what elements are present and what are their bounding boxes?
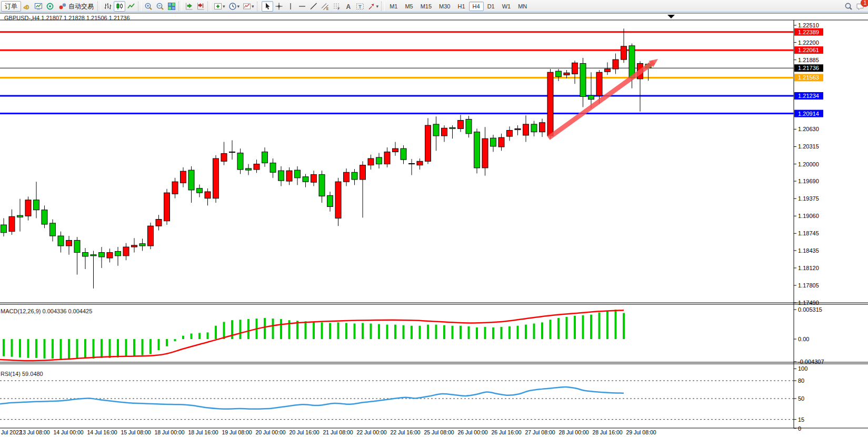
- candle: [442, 128, 447, 136]
- candle: [221, 154, 227, 162]
- candle: [91, 255, 96, 256]
- chart-title: GBPUSD-,H4 1.21807 1.21828 1.21506 1.217…: [4, 15, 130, 21]
- time-label: 13 Jul 08:00: [19, 429, 49, 435]
- candle: [107, 253, 113, 259]
- templates-icon[interactable]: ▾: [241, 1, 256, 12]
- candle: [531, 124, 537, 132]
- candle: [74, 240, 80, 252]
- level-price-label: 1.20914: [798, 111, 819, 117]
- candle: [42, 210, 47, 224]
- timeframe-mn[interactable]: MN: [514, 2, 531, 11]
- trendline-icon[interactable]: [308, 1, 320, 12]
- candle: [115, 251, 121, 255]
- cursor-icon[interactable]: [262, 1, 273, 12]
- price-tick-label: 1.18120: [798, 265, 819, 271]
- indicators-icon[interactable]: ▾: [212, 1, 227, 12]
- price-tick-label: 1.19690: [798, 178, 819, 184]
- candle: [1, 225, 7, 233]
- crosshair-icon: [275, 2, 283, 11]
- time-label: 27 Jul 08:00: [525, 429, 555, 435]
- time-label: Jul 2022: [1, 429, 22, 435]
- candle: [605, 69, 611, 72]
- candle: [254, 164, 260, 170]
- timeframe-d1[interactable]: D1: [484, 2, 498, 11]
- timeframe-w1[interactable]: W1: [498, 2, 515, 11]
- candlestick-chart-icon[interactable]: [114, 1, 125, 12]
- timeframe-m30[interactable]: M30: [435, 2, 454, 11]
- candle: [34, 200, 39, 210]
- time-label: 22 Jul 00:00: [356, 429, 386, 435]
- notification-badge[interactable]: 1: [861, 0, 868, 7]
- line-chart-icon[interactable]: [125, 1, 137, 12]
- timeframe-m15[interactable]: M15: [417, 2, 435, 11]
- price-chart[interactable]: 1.223891.220611.217361.215631.212341.209…: [0, 13, 868, 437]
- fibonacci-icon[interactable]: F: [331, 1, 343, 12]
- candle: [123, 247, 129, 256]
- level-price-label: 1.21234: [798, 93, 819, 99]
- text-icon: A: [344, 2, 353, 11]
- arrows-icon[interactable]: ▾: [366, 1, 381, 12]
- candle: [335, 182, 341, 218]
- candle: [409, 164, 415, 164]
- timeframe-h1[interactable]: H1: [454, 2, 469, 11]
- channel-icon[interactable]: E: [320, 1, 331, 12]
- candles: [1, 28, 652, 289]
- timeframe-h4[interactable]: H4: [469, 2, 484, 11]
- vertical-line-icon[interactable]: [285, 1, 296, 12]
- candle: [139, 244, 145, 246]
- new-order-icon: [23, 2, 31, 11]
- timeframe-m5[interactable]: M5: [401, 2, 416, 11]
- chart-shift-icon: [196, 2, 205, 11]
- tile-windows-icon[interactable]: [166, 1, 177, 12]
- periods-icon[interactable]: ▾: [227, 1, 242, 12]
- rsi-tick-label: 100: [798, 365, 807, 372]
- time-label: 19 Jul 08:00: [222, 429, 252, 435]
- rsi-line: [0, 387, 624, 409]
- candle: [50, 223, 56, 236]
- zoom-in-icon[interactable]: [143, 1, 154, 12]
- macd-tick-label: -0.004307: [798, 359, 824, 365]
- auto-trading-button[interactable]: 自动交易: [56, 1, 96, 12]
- candle: [286, 171, 292, 181]
- charts-window-icon[interactable]: [33, 1, 44, 12]
- timeframe-m1[interactable]: M1: [386, 2, 401, 11]
- candle: [352, 172, 357, 180]
- chart-shift-marker[interactable]: [667, 15, 675, 18]
- candle: [360, 165, 366, 180]
- zoom-out-icon[interactable]: [154, 1, 166, 12]
- text-icon[interactable]: A: [343, 1, 354, 12]
- text-label-icon[interactable]: T: [354, 1, 366, 12]
- cursor-icon: [263, 2, 272, 11]
- time-label: 25 Jul 08:00: [424, 429, 454, 435]
- crosshair-icon[interactable]: [273, 1, 285, 12]
- candle: [205, 192, 211, 198]
- candle: [523, 124, 529, 135]
- text-label-icon: T: [356, 2, 364, 11]
- charts-window-icon: [34, 2, 43, 11]
- new-order-icon[interactable]: [21, 1, 33, 12]
- bar-chart-icon[interactable]: [102, 1, 114, 12]
- chart-shift-icon[interactable]: [195, 1, 206, 12]
- level-price-label: 1.22389: [798, 29, 819, 35]
- search-icon[interactable]: [843, 1, 854, 12]
- trendline-icon: [310, 2, 318, 11]
- horizontal-line-icon[interactable]: [296, 1, 308, 12]
- new-order-button[interactable]: 订单: [1, 1, 21, 12]
- toolbar-separator: [257, 2, 261, 11]
- candle: [507, 131, 513, 137]
- candle: [303, 177, 308, 182]
- candle: [425, 125, 431, 161]
- time-label: 15 Jul 08:00: [121, 429, 151, 435]
- candle: [466, 120, 472, 134]
- signal-icon[interactable]: [44, 1, 56, 12]
- auto-scroll-icon[interactable]: [183, 1, 195, 12]
- time-label: 26 Jul 00:00: [457, 429, 487, 435]
- candle: [580, 63, 586, 96]
- candle: [172, 182, 178, 194]
- candle: [621, 46, 627, 59]
- signal-icon: [46, 2, 54, 11]
- price-tick-label: 1.17490: [798, 300, 819, 306]
- candle: [270, 163, 276, 172]
- candle: [384, 152, 390, 164]
- candle: [498, 137, 504, 147]
